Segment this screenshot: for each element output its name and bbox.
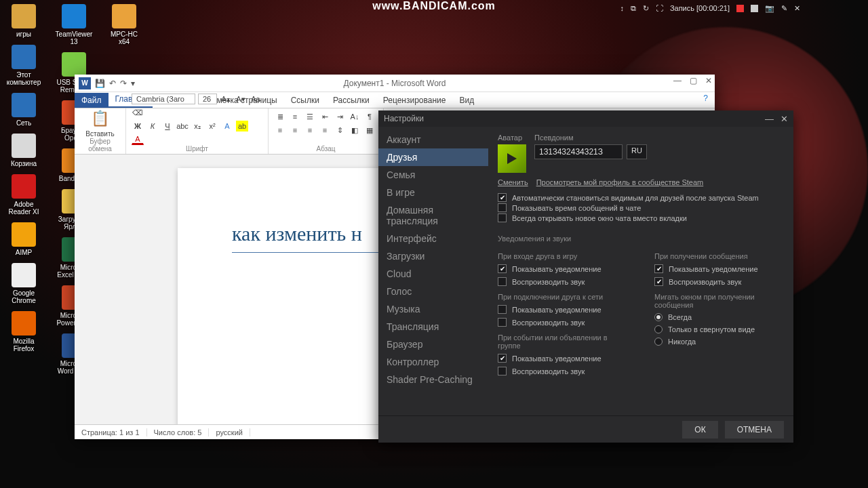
checkbox[interactable]	[498, 277, 507, 286]
qat-save-icon[interactable]: 💾	[95, 79, 105, 88]
sort-button[interactable]: A↓	[349, 111, 361, 122]
qat-dropdown-icon[interactable]: ▾	[131, 79, 135, 88]
steam-nav-item[interactable]: Браузер	[378, 336, 488, 353]
word-tab[interactable]: Файл	[75, 93, 108, 108]
checkbox[interactable]	[654, 264, 663, 273]
change-case-button[interactable]: Aa	[250, 94, 262, 104]
steam-nav-item[interactable]: Семья	[378, 166, 488, 184]
paste-icon[interactable]: 📋	[91, 110, 109, 127]
justify-button[interactable]: ≡	[319, 125, 331, 136]
align-center-button[interactable]: ≡	[289, 125, 301, 136]
qat-redo-icon[interactable]: ↷	[120, 79, 127, 88]
indent-button[interactable]: ⇥	[334, 111, 346, 122]
steam-nav-item[interactable]: Интерфейс	[378, 230, 488, 247]
status-page[interactable]: Страница: 1 из 1	[75, 428, 147, 436]
word-minimize-button[interactable]: —	[673, 76, 682, 85]
bandicam-camera-icon[interactable]: 📷	[765, 4, 774, 13]
steam-nav-item[interactable]: Друзья	[378, 148, 488, 166]
bandicam-close-icon[interactable]: ✕	[794, 4, 800, 13]
italic-button[interactable]: К	[146, 121, 159, 131]
radio[interactable]	[654, 325, 663, 333]
checkbox[interactable]	[498, 214, 507, 222]
paste-button[interactable]: Вставить	[85, 130, 114, 138]
bandicam-speed-icon[interactable]: ↕	[620, 4, 624, 12]
bandicam-copy-icon[interactable]: ⧉	[631, 4, 636, 13]
cancel-button[interactable]: ОТМЕНА	[725, 421, 784, 439]
radio[interactable]	[654, 313, 663, 321]
steam-nav-item[interactable]: Контроллер	[378, 353, 488, 371]
shading-button[interactable]: ◧	[349, 125, 361, 136]
desktop-icon[interactable]: Сеть	[4, 93, 43, 127]
subscript-button[interactable]: x₂	[191, 121, 203, 131]
word-tab[interactable]: Рецензирование	[376, 93, 453, 108]
bandicam-draw-icon[interactable]: ✎	[781, 4, 787, 13]
steam-close-button[interactable]: ✕	[781, 114, 788, 124]
ok-button[interactable]: ОК	[682, 421, 717, 439]
checkbox[interactable]	[498, 193, 507, 202]
strike-button[interactable]: abc	[176, 121, 189, 131]
language-badge[interactable]: RU	[627, 144, 647, 159]
steam-nav-item[interactable]: Shader Pre-Caching	[378, 371, 488, 388]
status-words[interactable]: Число слов: 5	[147, 428, 210, 436]
word-help-icon[interactable]: ?	[703, 94, 708, 103]
clear-formatting-button[interactable]: ⌫	[132, 107, 144, 118]
steam-nav-item[interactable]: Музыка	[378, 300, 488, 318]
word-tab[interactable]: Вид	[452, 93, 481, 108]
steam-nav-item[interactable]: Трансляция	[378, 318, 488, 336]
profile-link[interactable]: Просмотреть мой профиль в сообществе Ste…	[536, 178, 704, 186]
steam-nav-item[interactable]: Загрузки	[378, 247, 488, 265]
highlight-button[interactable]: ab	[236, 121, 248, 131]
font-name-select[interactable]: Cambria (Заго	[132, 94, 195, 104]
steam-nav-item[interactable]: Аккаунт	[378, 131, 488, 148]
desktop-icon[interactable]: Adobe Reader XI	[4, 174, 43, 216]
steam-nav-item[interactable]: Cloud	[378, 265, 488, 283]
font-color-button[interactable]: A	[132, 134, 144, 145]
desktop-icon[interactable]: Корзина	[4, 134, 43, 167]
desktop-icon[interactable]: Этот компьютер	[4, 45, 43, 86]
dedent-button[interactable]: ⇤	[319, 111, 331, 122]
align-right-button[interactable]: ≡	[304, 125, 316, 136]
steam-nav-item[interactable]: Голос	[378, 283, 488, 300]
radio[interactable]	[654, 338, 663, 346]
steam-nav-item[interactable]: В игре	[378, 184, 488, 201]
borders-button[interactable]: ▦	[363, 125, 376, 136]
word-tab[interactable]: Рассылки	[326, 93, 376, 108]
bandicam-crop-icon[interactable]: ⛶	[656, 4, 663, 12]
multilevel-button[interactable]: ☰	[304, 111, 316, 122]
avatar-image[interactable]	[498, 144, 526, 173]
bullets-button[interactable]: ≣	[274, 111, 286, 122]
bandicam-stop-icon[interactable]	[751, 5, 758, 12]
checkbox[interactable]	[498, 264, 507, 273]
steam-minimize-button[interactable]: —	[765, 114, 774, 124]
grow-font-button[interactable]: A▴	[220, 94, 232, 104]
desktop-icon[interactable]: игры	[4, 4, 43, 38]
checkbox[interactable]	[498, 305, 507, 314]
underline-button[interactable]: Ч	[161, 121, 174, 131]
nickname-input[interactable]	[534, 144, 623, 159]
desktop-icon[interactable]: MPC-HC x64	[104, 4, 144, 45]
desktop-icon[interactable]: Mozilla Firefox	[4, 311, 43, 352]
show-marks-button[interactable]: ¶	[363, 111, 376, 122]
steam-nav-item[interactable]: Домашняя трансляция	[378, 201, 488, 230]
status-language[interactable]: русский	[209, 428, 250, 436]
checkbox[interactable]	[498, 354, 507, 363]
text-effects-button[interactable]: A	[221, 121, 233, 131]
checkbox[interactable]	[498, 318, 507, 327]
bandicam-record-icon[interactable]	[736, 5, 744, 12]
word-maximize-button[interactable]: ▢	[690, 76, 697, 85]
word-close-button[interactable]: ✕	[705, 76, 712, 85]
bandicam-refresh-icon[interactable]: ↻	[643, 4, 649, 13]
line-spacing-button[interactable]: ⇕	[334, 125, 346, 136]
checkbox[interactable]	[654, 277, 663, 286]
desktop-icon[interactable]: AIMP	[4, 222, 43, 256]
desktop-icon[interactable]: TeamViewer 13	[54, 4, 94, 45]
numbering-button[interactable]: ≡	[289, 111, 301, 122]
qat-undo-icon[interactable]: ↶	[109, 79, 116, 88]
checkbox[interactable]	[498, 367, 507, 375]
align-left-button[interactable]: ≡	[274, 125, 286, 136]
desktop-icon[interactable]: Google Chrome	[4, 263, 43, 304]
word-tab[interactable]: Ссылки	[284, 93, 326, 108]
bold-button[interactable]: Ж	[132, 121, 144, 131]
superscript-button[interactable]: x²	[206, 121, 218, 131]
checkbox[interactable]	[498, 203, 507, 212]
